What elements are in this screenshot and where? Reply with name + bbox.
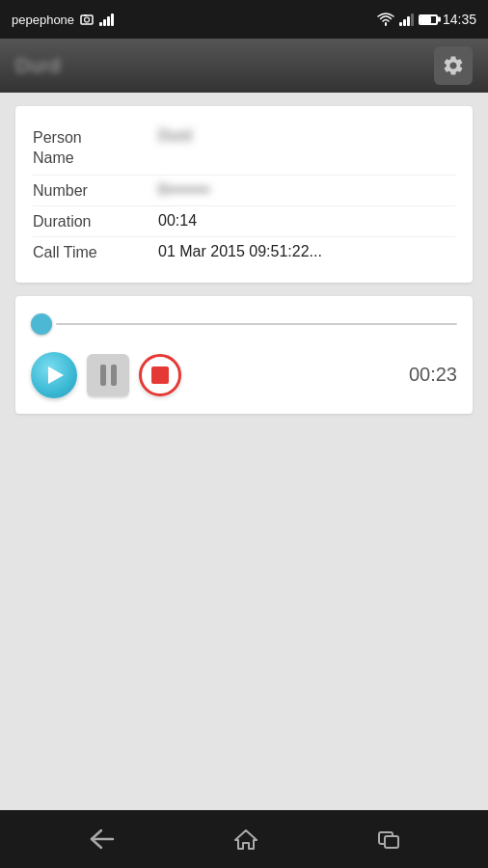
home-icon	[233, 827, 258, 852]
status-bar: pepephone	[0, 0, 488, 39]
status-left: pepephone	[12, 13, 114, 27]
person-name-label: PersonName	[33, 127, 158, 169]
photo-icon	[80, 14, 94, 25]
number-row: Number 6••••••••	[33, 176, 455, 206]
number-value: 6••••••••	[158, 181, 455, 199]
gear-icon	[442, 54, 465, 77]
progress-track[interactable]	[56, 323, 457, 325]
play-icon	[48, 366, 64, 384]
person-name-row: PersonName Durd	[33, 122, 455, 176]
carrier-name: pepephone	[12, 13, 74, 27]
number-label: Number	[33, 181, 158, 200]
svg-rect-2	[84, 14, 87, 16]
svg-point-1	[85, 17, 90, 22]
wifi-icon	[377, 13, 394, 26]
status-right: 14:35	[377, 12, 476, 27]
pause-button[interactable]	[87, 354, 129, 396]
home-button[interactable]	[233, 827, 258, 852]
duration-value: 00:14	[158, 212, 455, 230]
settings-button[interactable]	[434, 46, 473, 85]
info-card: PersonName Durd Number 6•••••••• Duratio…	[15, 106, 473, 283]
progress-thumb[interactable]	[31, 313, 52, 335]
play-button[interactable]	[31, 352, 77, 398]
main-content: PersonName Durd Number 6•••••••• Duratio…	[0, 93, 488, 810]
status-time: 14:35	[443, 12, 476, 27]
stop-button[interactable]	[139, 354, 181, 396]
duration-row: Duration 00:14	[33, 206, 455, 237]
svg-rect-5	[385, 836, 398, 848]
mobile-signal-icon	[399, 13, 414, 26]
duration-label: Duration	[33, 212, 158, 231]
progress-bar-container[interactable]	[31, 310, 457, 339]
back-button[interactable]	[88, 828, 115, 850]
call-time-row: Call Time 01 Mar 2015 09:51:22...	[33, 237, 455, 267]
call-time-value: 01 Mar 2015 09:51:22...	[158, 243, 455, 260]
signal-bars-icon	[99, 13, 114, 26]
player-controls: 00:23	[31, 352, 457, 398]
person-name-value: Durd	[158, 127, 455, 145]
call-time-label: Call Time	[33, 243, 158, 261]
player-time-display: 00:23	[409, 364, 457, 386]
svg-rect-0	[81, 15, 93, 24]
navigation-bar	[0, 810, 488, 868]
action-bar: Durd	[0, 39, 488, 93]
player-card: 00:23	[15, 296, 473, 414]
battery-icon	[419, 14, 438, 25]
app-title: Durd	[15, 55, 61, 77]
pause-bar-left	[100, 365, 106, 386]
stop-icon	[151, 366, 169, 384]
back-icon	[88, 828, 115, 850]
recent-apps-icon	[377, 828, 400, 850]
recent-apps-button[interactable]	[377, 828, 400, 850]
pause-bar-right	[111, 365, 117, 386]
